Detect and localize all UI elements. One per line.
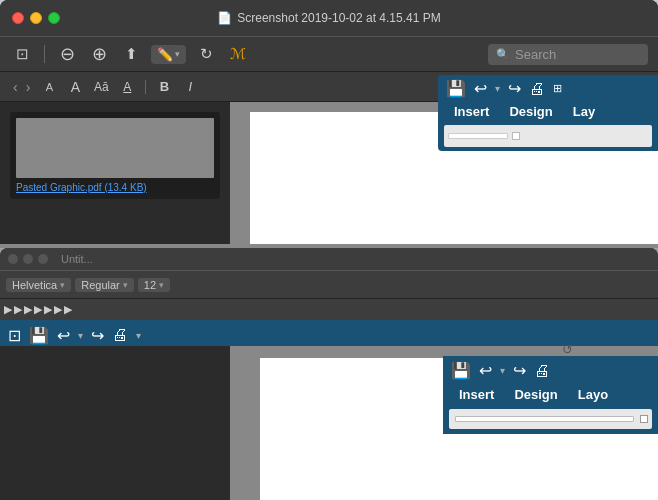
bottom-ribbon-print-icon[interactable]: 🖨 bbox=[112, 326, 128, 344]
size-chevron-icon: ▾ bbox=[159, 280, 164, 290]
bottom-ribbon-save-icon[interactable]: 💾 bbox=[29, 326, 49, 345]
font-family-selector[interactable]: Helvetica ▾ bbox=[6, 278, 71, 292]
sidebar-panel: Pasted Graphic.pdf (13.4 KB) bbox=[0, 102, 230, 244]
top-window: 📄 Screenshot 2019-10-02 at 4.15.41 PM ⊡ … bbox=[0, 0, 658, 244]
left-dark-panel bbox=[0, 346, 230, 500]
ribbon-tabs-row: Insert Design Lay bbox=[438, 102, 658, 125]
font-family-value: Helvetica bbox=[12, 279, 57, 291]
ribbon2-tab-insert[interactable]: Insert bbox=[449, 385, 504, 404]
sidebar-toggle-button[interactable]: ⊡ bbox=[10, 42, 34, 66]
bottom-print-chevron: ▾ bbox=[136, 330, 141, 341]
ribbon2-undo-icon[interactable]: ↩ bbox=[479, 361, 492, 380]
thumbnail-preview bbox=[16, 118, 214, 178]
markup-button[interactable]: ℳ bbox=[226, 42, 250, 66]
font-a-medium-button[interactable]: A bbox=[65, 77, 85, 97]
bottom-ribbon-layout-icon[interactable]: ⊡ bbox=[8, 326, 21, 345]
bottom-titlebar: Untit... bbox=[0, 248, 658, 270]
ribbon-extra-icon[interactable]: ⊞ bbox=[553, 82, 562, 95]
bottom-font-toolbar: Helvetica ▾ Regular ▾ 12 ▾ bbox=[0, 270, 658, 298]
ribbon2-slider[interactable] bbox=[455, 416, 634, 422]
thumbnail-label[interactable]: Pasted Graphic.pdf (13.4 KB) bbox=[16, 182, 214, 193]
fmt-separator-1 bbox=[145, 80, 146, 94]
rotate-handle-bottom[interactable]: ↺ bbox=[562, 342, 573, 357]
ribbon-slider[interactable] bbox=[448, 133, 508, 139]
font-a-color-button[interactable]: A bbox=[117, 77, 137, 97]
ribbon2-icons-row: 💾 ↩ ▾ ↪ 🖨 bbox=[443, 356, 658, 385]
maximize-button[interactable] bbox=[48, 12, 60, 24]
play-btn-7[interactable]: ▶ bbox=[64, 303, 72, 316]
search-icon: 🔍 bbox=[496, 48, 510, 61]
bottom-minimize-button[interactable] bbox=[23, 254, 33, 264]
bottom-window: Untit... Helvetica ▾ Regular ▾ 12 ▾ ▶ ▶ … bbox=[0, 248, 658, 500]
search-box[interactable]: 🔍 Search bbox=[488, 44, 648, 65]
ribbon-save-icon[interactable]: 💾 bbox=[446, 79, 466, 98]
share-button[interactable]: ⬆ bbox=[119, 42, 143, 66]
bottom-undo-chevron: ▾ bbox=[78, 330, 83, 341]
rotate-handle-top[interactable]: ↺ bbox=[557, 75, 568, 76]
bottom-close-button[interactable] bbox=[8, 254, 18, 264]
font-a-size-button[interactable]: Aā bbox=[91, 77, 111, 97]
bottom-ribbon-redo-icon[interactable]: ↪ bbox=[91, 326, 104, 345]
pen-icon: ✏️ bbox=[157, 47, 173, 62]
thumbnail-item[interactable]: Pasted Graphic.pdf (13.4 KB) bbox=[10, 112, 220, 199]
nav-arrows: ‹ › bbox=[10, 79, 33, 95]
ribbon-icons-row: 💾 ↩ ▾ ↪ 🖨 ⊞ bbox=[438, 75, 658, 102]
font-size-selector[interactable]: 12 ▾ bbox=[138, 278, 170, 292]
ribbon-overlay-top: ↺ 💾 ↩ ▾ ↪ 🖨 ⊞ Insert Design Lay bbox=[438, 75, 658, 151]
title-bar: 📄 Screenshot 2019-10-02 at 4.15.41 PM bbox=[0, 0, 658, 36]
ribbon-tab-insert[interactable]: Insert bbox=[444, 102, 499, 121]
font-size-value: 12 bbox=[144, 279, 156, 291]
dropdown-arrow: ▾ bbox=[175, 49, 180, 59]
close-button[interactable] bbox=[12, 12, 24, 24]
minimize-button[interactable] bbox=[30, 12, 42, 24]
ribbon2-tabs-row: Insert Design Layo bbox=[443, 385, 658, 409]
ribbon-print-icon[interactable]: 🖨 bbox=[529, 80, 545, 98]
font-style-selector[interactable]: Regular ▾ bbox=[75, 278, 134, 292]
ribbon2-undo-chevron: ▾ bbox=[500, 365, 505, 376]
document-icon: 📄 bbox=[217, 11, 232, 25]
bottom-content: ↺ 💾 ↩ ▾ ↪ 🖨 Insert Design Layo bbox=[0, 346, 658, 500]
bottom-window-title: Untit... bbox=[61, 253, 93, 265]
ribbon2-input-bar bbox=[449, 409, 652, 429]
bottom-section: Untit... Helvetica ▾ Regular ▾ 12 ▾ ▶ ▶ … bbox=[0, 244, 658, 500]
zoom-out-button[interactable]: ⊖ bbox=[55, 42, 79, 66]
play-btn-4[interactable]: ▶ bbox=[34, 303, 42, 316]
ribbon-input-row bbox=[444, 125, 652, 147]
right-page-panel: ↺ 💾 ↩ ▾ ↪ 🖨 Insert Design Layo bbox=[230, 346, 658, 500]
ribbon2-save-icon[interactable]: 💾 bbox=[451, 361, 471, 380]
traffic-lights bbox=[12, 12, 60, 24]
bottom-ribbon-undo-icon[interactable]: ↩ bbox=[57, 326, 70, 345]
ribbon-tab-layout[interactable]: Lay bbox=[563, 102, 605, 121]
play-btn-6[interactable]: ▶ bbox=[54, 303, 62, 316]
play-btn-2[interactable]: ▶ bbox=[14, 303, 22, 316]
zoom-in-button[interactable]: ⊕ bbox=[87, 42, 111, 66]
undo-arrow: ▾ bbox=[495, 83, 500, 94]
italic-button[interactable]: I bbox=[180, 77, 200, 97]
ribbon2-tab-design[interactable]: Design bbox=[504, 385, 567, 404]
bottom-maximize-button[interactable] bbox=[38, 254, 48, 264]
window-title: 📄 Screenshot 2019-10-02 at 4.15.41 PM bbox=[217, 11, 440, 25]
search-placeholder: Search bbox=[515, 47, 556, 62]
play-btn-3[interactable]: ▶ bbox=[24, 303, 32, 316]
nav-next-button[interactable]: › bbox=[23, 79, 34, 95]
bold-button[interactable]: B bbox=[154, 77, 174, 97]
style-chevron-icon: ▾ bbox=[123, 280, 128, 290]
main-toolbar: ⊡ ⊖ ⊕ ⬆ ✏️ ▾ ↻ ℳ 🔍 Search bbox=[0, 36, 658, 72]
slider-handle[interactable] bbox=[512, 132, 520, 140]
nav-prev-button[interactable]: ‹ bbox=[10, 79, 21, 95]
ribbon-undo-icon[interactable]: ↩ bbox=[474, 79, 487, 98]
rotate-button[interactable]: ↻ bbox=[194, 42, 218, 66]
play-btn-5[interactable]: ▶ bbox=[44, 303, 52, 316]
ribbon2-slider-handle[interactable] bbox=[640, 415, 648, 423]
ribbon2-print-icon[interactable]: 🖨 bbox=[534, 362, 550, 380]
bottom-playback-toolbar: ▶ ▶ ▶ ▶ ▶ ▶ ▶ bbox=[0, 298, 658, 320]
play-btn-1[interactable]: ▶ bbox=[4, 303, 12, 316]
font-a-small-button[interactable]: A bbox=[39, 77, 59, 97]
pen-tool-dropdown[interactable]: ✏️ ▾ bbox=[151, 45, 186, 64]
resize-divider[interactable] bbox=[0, 244, 658, 248]
ribbon-tab-design[interactable]: Design bbox=[499, 102, 562, 121]
ribbon2-tab-layout[interactable]: Layo bbox=[568, 385, 618, 404]
ribbon2-overlay: ↺ 💾 ↩ ▾ ↪ 🖨 Insert Design Layo bbox=[443, 356, 658, 434]
ribbon-redo-icon[interactable]: ↪ bbox=[508, 79, 521, 98]
ribbon2-redo-icon[interactable]: ↪ bbox=[513, 361, 526, 380]
